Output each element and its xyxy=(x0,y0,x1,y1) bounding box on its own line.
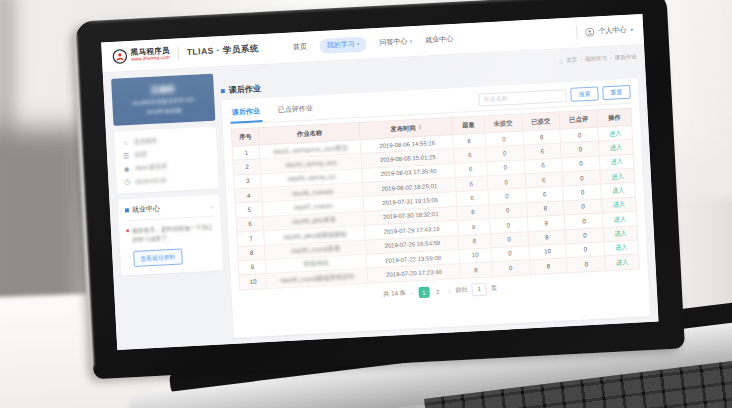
class-icon: ☰ xyxy=(122,152,130,160)
enter-link[interactable]: 进入 xyxy=(609,129,622,137)
brand-url: www.itheima.com xyxy=(131,55,170,63)
table-body: 1day11_springmvc_ssm整合2019-08-06 14:55:1… xyxy=(232,125,639,289)
next-page-icon[interactable]: › xyxy=(447,287,452,294)
column-header: 操作 xyxy=(597,108,632,127)
divider xyxy=(177,46,179,60)
submitted-count: 8 xyxy=(529,258,568,274)
enter-link[interactable]: 进入 xyxy=(613,200,626,208)
column-header: 已提交 xyxy=(521,112,560,131)
reviewed-count: 0 xyxy=(567,256,606,272)
breadcrumb-item[interactable]: 首页 xyxy=(566,56,577,64)
breadcrumb-item[interactable]: 课后作业 xyxy=(614,53,636,61)
enter-link[interactable]: 进入 xyxy=(615,244,628,252)
profile-line2: 2019年第38期 xyxy=(119,106,209,118)
main-content: ⌂ 首页-我的学习-课后作业 课后作业 课后作业已点评作业 xyxy=(220,51,650,337)
section-bullet xyxy=(221,88,225,92)
photo-scene: 黑马程序员 www.itheima.com TLIAS · 学员系统 首页我的学… xyxy=(0,0,732,408)
search-input[interactable] xyxy=(478,89,567,107)
pagination-total: 共 14 条 xyxy=(383,288,406,298)
breadcrumb-separator: - xyxy=(580,56,582,62)
enter-link[interactable]: 进入 xyxy=(614,229,627,237)
nav-item[interactable]: 问答中心▾ xyxy=(379,36,412,48)
tabs: 课后作业已点评作业 xyxy=(230,100,316,123)
profile-name: 王晓明 xyxy=(117,82,207,98)
breadcrumb-separator: - xyxy=(610,55,612,61)
nav-item[interactable]: 我的学习▾ xyxy=(319,36,366,53)
user-menu[interactable]: 个人中心 ▾ xyxy=(585,25,633,37)
info-text: 2019-03-18 xyxy=(135,177,166,185)
enter-link[interactable]: 进入 xyxy=(611,172,624,180)
sort-icon[interactable]: ▲▼ xyxy=(418,125,423,130)
user-menu-label: 个人中心 xyxy=(598,25,626,36)
chevron-down-icon: ▾ xyxy=(409,38,412,44)
row-index: 8 xyxy=(238,245,266,261)
column-header: 序号 xyxy=(231,128,259,146)
info-text: 32班 xyxy=(134,150,147,160)
laptop-screen-bezel: 黑马程序员 www.itheima.com TLIAS · 学员系统 首页我的学… xyxy=(75,0,685,379)
jump-suffix: 页 xyxy=(491,284,498,293)
search-area: 搜索 重置 xyxy=(478,85,631,111)
job-materials-button[interactable]: 查看就业资料 xyxy=(133,249,183,268)
tab-inactive[interactable]: 已点评作业 xyxy=(276,100,316,121)
page-numbers: 12 xyxy=(418,285,444,297)
column-header: 未提交 xyxy=(484,114,523,133)
row-index: 1 xyxy=(232,145,260,161)
question-count: 8 xyxy=(460,262,492,278)
web-app: 黑马程序员 www.itheima.com TLIAS · 学员系统 首页我的学… xyxy=(101,14,658,350)
user-icon: ◉ xyxy=(123,165,131,173)
tab-active[interactable]: 课后作业 xyxy=(230,103,263,124)
page-number[interactable]: 1 xyxy=(418,286,430,298)
info-text: Java 就业班 xyxy=(135,162,168,173)
user-avatar-icon xyxy=(585,27,594,36)
action-cell: 进入 xyxy=(605,254,639,270)
product-title: TLIAS · 学员系统 xyxy=(187,43,260,59)
laptop-display: 黑马程序员 www.itheima.com TLIAS · 学员系统 首页我的学… xyxy=(75,0,685,379)
page-title: 课后作业 xyxy=(229,83,262,96)
job-notice-text: 期末将至，是时候检验一下自己的学习成果了。 xyxy=(132,223,215,245)
app-body: 王晓明 JavaEE在线就业班学习中 2019年第38期 ⌂北京校区☰32班◉J… xyxy=(103,45,659,350)
nav-item[interactable]: 就业中心 xyxy=(425,34,453,45)
row-index: 2 xyxy=(233,159,261,175)
unsubmitted-count: 0 xyxy=(491,260,530,276)
enter-link[interactable]: 进入 xyxy=(616,258,629,266)
column-header: 已点评 xyxy=(559,110,598,129)
row-index: 3 xyxy=(234,173,262,189)
chevron-down-icon: ▾ xyxy=(357,41,360,47)
time-icon: ◷ xyxy=(123,178,131,186)
job-center-card: 就业中心 › 期末将至，是时候检验一下自己的学习成果了。 查看就业资料 xyxy=(117,194,223,276)
enter-link[interactable]: 进入 xyxy=(613,215,626,223)
section-bullet xyxy=(125,208,129,212)
job-center-title: 就业中心 xyxy=(132,201,208,215)
jump-page-input[interactable] xyxy=(472,282,488,296)
prev-page-icon[interactable]: ‹ xyxy=(410,289,415,296)
row-index: 7 xyxy=(237,231,265,247)
column-header: 题量 xyxy=(452,116,484,135)
jump-prefix: 前往 xyxy=(455,285,468,295)
search-button[interactable]: 搜索 xyxy=(570,86,599,101)
breadcrumb-item[interactable]: 我的学习 xyxy=(585,54,607,62)
divider xyxy=(576,25,578,39)
job-notice: 期末将至，是时候检验一下自己的学习成果了。 xyxy=(126,223,215,245)
campus-icon: ⌂ xyxy=(121,139,129,146)
profile-info-card: ⌂北京校区☰32班◉Java 就业班◷2019-03-18 xyxy=(114,127,219,194)
enter-link[interactable]: 进入 xyxy=(610,157,623,165)
row-index: 5 xyxy=(235,202,263,218)
row-index: 9 xyxy=(238,259,266,275)
assignments-card: 课后作业已点评作业 搜索 重置 xyxy=(221,78,650,337)
brand-logo[interactable]: 黑马程序员 www.itheima.com xyxy=(112,46,171,65)
red-dot-icon xyxy=(126,229,129,232)
job-center-header[interactable]: 就业中心 › xyxy=(125,201,214,222)
reset-button[interactable]: 重置 xyxy=(602,85,631,100)
nav-item[interactable]: 首页 xyxy=(293,42,308,53)
home-icon: ⌂ xyxy=(559,57,563,64)
enter-link[interactable]: 进入 xyxy=(612,186,625,194)
page-number[interactable]: 2 xyxy=(432,285,444,297)
row-index: 10 xyxy=(239,274,267,290)
row-index: 6 xyxy=(236,216,264,232)
profile-card: 王晓明 JavaEE在线就业班学习中 2019年第38期 xyxy=(111,74,215,126)
sidebar: 王晓明 JavaEE在线就业班学习中 2019年第38期 ⌂北京校区☰32班◉J… xyxy=(111,74,227,344)
chevron-down-icon: ▾ xyxy=(630,27,633,33)
enter-link[interactable]: 进入 xyxy=(610,143,623,151)
row-index: 4 xyxy=(235,188,263,204)
info-text: 北京校区 xyxy=(133,137,157,147)
